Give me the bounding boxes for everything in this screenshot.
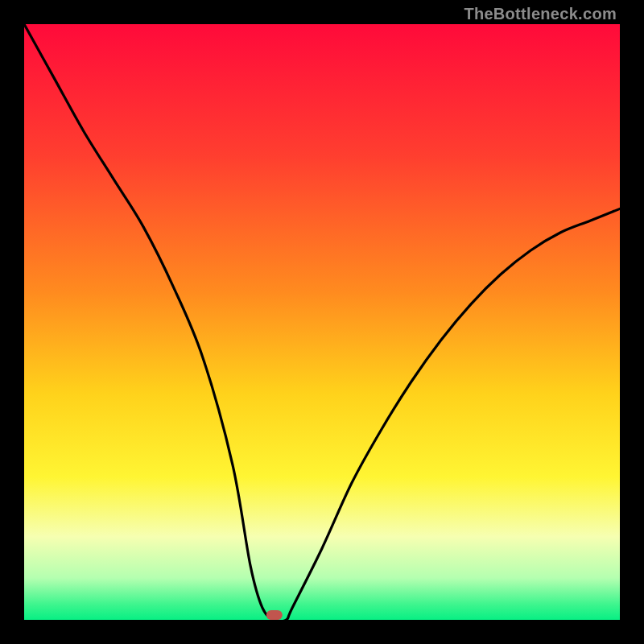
watermark-text: TheBottleneck.com (464, 5, 617, 23)
optimal-marker (266, 610, 283, 620)
chart-frame: TheBottleneck.com (0, 0, 644, 644)
gradient-background (24, 24, 620, 620)
bottleneck-chart (24, 24, 620, 620)
plot-area (24, 24, 620, 620)
